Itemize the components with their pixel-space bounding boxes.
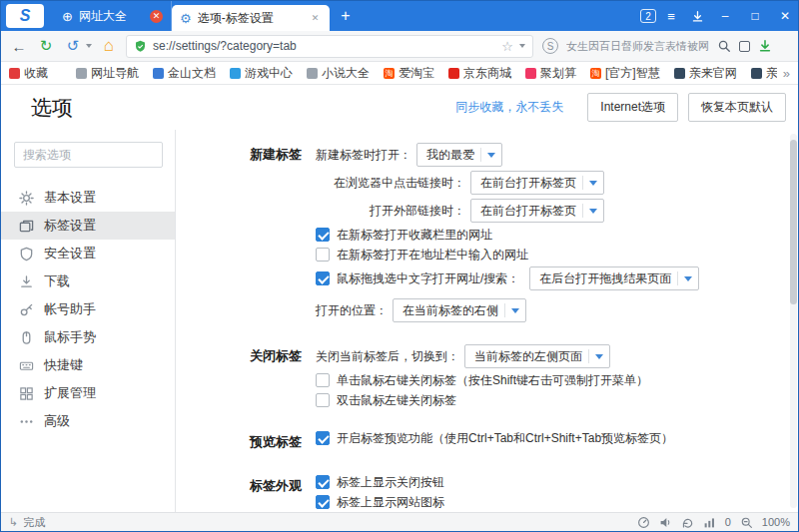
close-icon[interactable]: ✕ — [309, 12, 322, 25]
volume-icon[interactable] — [659, 516, 672, 529]
drag-text-open-checkbox[interactable] — [316, 271, 330, 285]
sidebar-item-label: 鼠标手势 — [44, 328, 96, 346]
restore-defaults-button[interactable]: 恢复本页默认 — [688, 93, 786, 122]
back-icon[interactable]: ← — [9, 36, 29, 56]
download-manager-icon[interactable] — [686, 5, 708, 27]
bookmarks-overflow-chevron[interactable]: » — [777, 66, 790, 81]
bookmark-item[interactable]: 亲来官网 — [674, 65, 737, 82]
section-title: 预览标签 — [176, 429, 316, 455]
sidebar-item-tab-settings[interactable]: 标签设置 — [1, 212, 175, 240]
chevron-down-icon[interactable] — [86, 44, 92, 48]
chevron-down-icon — [589, 181, 597, 186]
sidebar-item-basic-settings[interactable]: 基本设置 — [1, 184, 175, 212]
open-position-dropdown[interactable]: 在当前标签的右侧 — [393, 298, 526, 322]
bookmark-item[interactable]: 小说大全 — [307, 65, 370, 82]
shield-icon — [19, 247, 34, 262]
sidebar-item-account-helper[interactable]: 帐号助手 — [1, 295, 175, 323]
refresh-icon[interactable]: ↻ — [36, 36, 56, 56]
sidebar-item-shortcuts[interactable]: 快捷键 — [1, 351, 175, 379]
page-header: 选项 同步收藏，永不丢失 Internet选项 恢复本页默认 — [1, 85, 798, 130]
zoom-icon[interactable] — [740, 516, 753, 529]
chevron-down-icon[interactable] — [519, 44, 525, 48]
network-signal-icon[interactable] — [703, 516, 716, 529]
bookmark-label: 收藏 — [24, 65, 48, 82]
menu-icon[interactable]: ≡ — [660, 5, 682, 27]
setting-label: 新建标签时打开： — [316, 147, 411, 164]
maximize-button[interactable]: □ — [742, 1, 768, 31]
bookmark-item[interactable]: 淘 [官方]智慧 — [590, 65, 660, 82]
bookmark-star-icon[interactable]: ☆ — [501, 39, 513, 54]
sidebar-item-extensions[interactable]: 扩展管理 — [1, 379, 175, 407]
tab-site-navigation[interactable]: ⊕ 网址大全 ✕ — [54, 1, 172, 31]
tab-settings[interactable]: ⚙ 选项-标签设置 ✕ — [172, 5, 330, 31]
favorites-icon — [9, 68, 20, 79]
bookmark-item[interactable]: 亲来官网. — [751, 65, 777, 82]
settings-main: 新建标签 新建标签时打开： 我的最爱 在浏览器中点击链接时： — [176, 130, 798, 512]
bookmark-item[interactable]: 金山文档 — [153, 65, 216, 82]
undo-closed-tab-icon[interactable]: ↺ — [63, 36, 83, 56]
external-link-open-dropdown[interactable]: 在前台打开标签页 — [470, 199, 604, 223]
home-icon[interactable]: ⌂ — [99, 36, 119, 56]
scrollbar-thumb[interactable] — [790, 140, 797, 304]
right-click-close-checkbox[interactable] — [316, 373, 330, 387]
sidebar-item-security-settings[interactable]: 安全设置 — [1, 240, 175, 267]
bookmark-item[interactable]: 网址导航 — [76, 65, 139, 82]
tab-preview-checkbox[interactable] — [316, 431, 330, 445]
new-tab-button[interactable]: + — [334, 4, 358, 28]
zoom-level[interactable]: 100% — [762, 516, 790, 528]
setting-row: 打开的位置： 在当前标签的右侧 — [316, 297, 772, 323]
jd-icon — [448, 68, 459, 79]
status-text: 完成 — [23, 515, 45, 530]
setting-row: 单击鼠标右键关闭标签（按住Shift键右击可强制打开菜单） — [316, 371, 772, 389]
open-addressbar-new-tab-checkbox[interactable] — [316, 248, 330, 262]
scrollbar-track[interactable] — [790, 134, 797, 508]
download-icon[interactable] — [758, 39, 772, 53]
minimize-button[interactable]: – — [712, 1, 738, 31]
sidebar-item-downloads[interactable]: 下载 — [1, 267, 175, 295]
tao-icon: 淘 — [590, 68, 601, 79]
sidebar-item-advanced[interactable]: 高级 — [1, 407, 175, 435]
bookmark-label: 爱淘宝 — [399, 65, 434, 82]
new-tab-open-dropdown[interactable]: 我的最爱 — [416, 143, 502, 167]
after-close-switch-dropdown[interactable]: 当前标签的左侧页面 — [464, 344, 610, 368]
keyboard-icon — [19, 358, 34, 373]
block-count[interactable]: 0 — [725, 516, 731, 528]
search-icon[interactable] — [717, 39, 731, 53]
bookmark-item[interactable]: 淘 爱淘宝 — [384, 65, 434, 82]
url-text[interactable]: se://settings/?category=tab — [153, 39, 495, 53]
show-favicon-checkbox[interactable] — [316, 495, 330, 509]
globe-icon: ⊕ — [62, 10, 73, 23]
setting-label: 关闭当前标签后，切换到： — [316, 348, 459, 365]
news-ticker[interactable]: 女生因百日督师发言表情被网 — [566, 39, 709, 54]
search-input[interactable] — [14, 142, 163, 168]
chevron-down-icon — [487, 153, 495, 158]
sidebar-item-label: 基本设置 — [44, 189, 96, 207]
bookmark-item[interactable]: 游戏中心 — [230, 65, 293, 82]
status-bar: ↳ 完成 0 100% — [1, 512, 798, 531]
sync-favorites-link[interactable]: 同步收藏，永不丢失 — [455, 99, 563, 116]
sidebar-item-label: 下载 — [44, 272, 70, 290]
setting-row: 双击鼠标左键关闭标签 — [316, 391, 772, 409]
clean-icon[interactable] — [681, 516, 694, 529]
sidebar-item-mouse-gestures[interactable]: 鼠标手势 — [1, 323, 175, 351]
site-icon — [751, 68, 762, 79]
open-favorites-new-tab-checkbox[interactable] — [316, 228, 330, 242]
bookmark-label: [官方]智慧 — [605, 65, 660, 82]
sogou-logo[interactable]: S — [6, 4, 44, 28]
bookmark-favorites[interactable]: 收藏 — [9, 65, 48, 82]
internet-options-button[interactable]: Internet选项 — [587, 93, 678, 122]
settings-page: 选项 同步收藏，永不丢失 Internet选项 恢复本页默认 基本设置 — [1, 85, 798, 512]
show-close-button-checkbox[interactable] — [316, 475, 330, 489]
double-click-close-checkbox[interactable] — [316, 393, 330, 407]
link-click-open-dropdown[interactable]: 在前台打开标签页 — [470, 171, 604, 195]
notification-badge[interactable]: 2 — [640, 9, 656, 23]
close-window-button[interactable]: ✕ — [772, 1, 798, 31]
bookmark-item[interactable]: 聚划算 — [525, 65, 576, 82]
close-icon[interactable]: ✕ — [150, 10, 163, 23]
drag-open-result-dropdown[interactable]: 在后台打开拖拽结果页面 — [529, 266, 699, 290]
screenshot-icon[interactable] — [739, 41, 750, 52]
bookmark-item[interactable]: 京东商城 — [448, 65, 511, 82]
sogou-account-icon[interactable]: S — [542, 38, 558, 54]
speed-gauge-icon[interactable] — [637, 516, 650, 529]
address-bar[interactable]: se://settings/?category=tab ☆ — [126, 35, 533, 58]
